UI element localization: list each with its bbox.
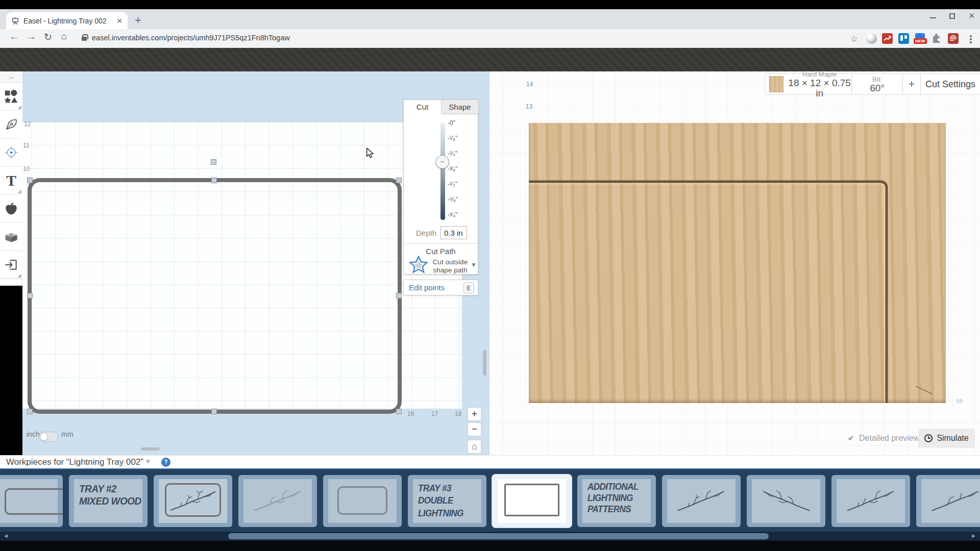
minimize-icon[interactable] bbox=[930, 17, 936, 18]
shape-handle-br[interactable] bbox=[396, 409, 402, 414]
tool-projects[interactable] bbox=[0, 223, 22, 251]
zoom-out-button[interactable]: − bbox=[468, 422, 481, 436]
tab-shape[interactable]: Shape bbox=[441, 100, 478, 114]
extension-trello-icon[interactable] bbox=[898, 33, 909, 44]
tool-import[interactable] bbox=[0, 251, 22, 279]
shape-handle-tr[interactable] bbox=[396, 178, 402, 183]
workpiece-thumbnail-1[interactable] bbox=[0, 475, 63, 527]
workpiece-thumbnail-5[interactable] bbox=[323, 475, 402, 527]
bit-section[interactable]: Bit: 60° bbox=[852, 74, 903, 94]
workpiece-thumbnail-4[interactable] bbox=[238, 475, 317, 527]
close-icon[interactable]: ✕ bbox=[968, 11, 975, 20]
tool-apps[interactable] bbox=[0, 195, 22, 223]
workpiece-thumbnail-10[interactable] bbox=[747, 475, 825, 527]
tool-shapes[interactable] bbox=[0, 83, 22, 111]
easel-header: PRO Lightning Tray 002 ☆ File Edit Machi… bbox=[0, 48, 980, 71]
thumb-label: TRAY #3 DOUBLE LIGHTNING bbox=[413, 478, 481, 519]
drill-point-icon bbox=[4, 145, 18, 160]
depth-slider-track[interactable] bbox=[440, 123, 445, 220]
lightning-pattern bbox=[250, 485, 306, 516]
depth-label: Depth bbox=[404, 229, 436, 237]
tray-shape[interactable] bbox=[28, 178, 402, 414]
canvas-hscrollbar[interactable] bbox=[141, 447, 160, 450]
bookmark-star-icon[interactable]: ☆ bbox=[850, 34, 858, 44]
shape-handle-tm[interactable] bbox=[211, 178, 217, 183]
workpieces-collapse-icon[interactable]: » bbox=[144, 459, 153, 462]
home-icon[interactable]: ⌂ bbox=[61, 31, 67, 42]
forward-icon[interactable]: → bbox=[27, 31, 36, 42]
scrollbar-thumb[interactable] bbox=[228, 533, 769, 539]
design-canvas[interactable]: 12 11 10 16 17 18 + − ⌂ inch mm Cut Shap… bbox=[22, 71, 489, 455]
back-icon[interactable]: ← bbox=[9, 31, 19, 42]
thumb-rect-outline bbox=[337, 486, 387, 515]
shape-handle-l[interactable] bbox=[27, 293, 33, 298]
extension-sphere-icon[interactable] bbox=[866, 33, 877, 44]
workpiece-thumbnail-2[interactable]: TRAY #2 MIXED WOOD bbox=[69, 475, 148, 527]
material-swatch bbox=[769, 76, 783, 92]
workpieces-help-icon[interactable]: ? bbox=[161, 458, 170, 467]
shape-handle-r[interactable] bbox=[396, 293, 402, 298]
thumb-rect-outline bbox=[5, 488, 63, 515]
simulate-row: ✔ Detailed preview Simulate bbox=[489, 429, 980, 455]
extension-puzzle-icon[interactable] bbox=[931, 33, 942, 44]
extension-chart-icon[interactable] bbox=[882, 33, 893, 44]
url-text[interactable]: easel.inventables.com/projects/umh9J71PS… bbox=[92, 34, 290, 42]
tool-text[interactable]: T bbox=[0, 167, 22, 195]
tool-rail: ︽ T bbox=[0, 71, 22, 286]
workpiece-thumbnail-9[interactable] bbox=[662, 475, 741, 527]
reload-icon[interactable]: ↻ bbox=[44, 31, 52, 43]
tool-draw[interactable] bbox=[0, 111, 22, 139]
browser-tab[interactable]: Easel - Lightning Tray 002 ✕ bbox=[6, 12, 128, 29]
browser-toolbar: ← → ↻ ⌂ easel.inventables.com/projects/u… bbox=[0, 29, 980, 48]
shape-handle-float[interactable] bbox=[211, 159, 216, 165]
preview-ruler-13: 13 bbox=[526, 103, 532, 110]
ruler-bottom-16: 16 bbox=[407, 410, 414, 417]
maximize-icon[interactable] bbox=[949, 13, 955, 19]
canvas-vscrollbar[interactable] bbox=[483, 350, 486, 375]
unit-toggle[interactable] bbox=[39, 432, 58, 442]
material-bar: Hard Maple 18 × 12 × 0.75 in Bit: 60° + … bbox=[765, 73, 980, 95]
material-section[interactable]: Hard Maple 18 × 12 × 0.75 in bbox=[765, 74, 852, 94]
scroll-right-icon[interactable]: ► bbox=[971, 533, 976, 539]
cut-path-caret-icon[interactable]: ▼ bbox=[471, 261, 477, 268]
shape-handle-tl[interactable] bbox=[27, 178, 33, 183]
ruler-bottom-18: 18 bbox=[455, 410, 461, 417]
zoom-in-button[interactable]: + bbox=[468, 407, 481, 421]
ruler-bottom-17: 17 bbox=[431, 410, 438, 417]
extension-new-icon[interactable]: NEW bbox=[915, 33, 925, 41]
cut-settings-button[interactable]: Cut Settings bbox=[921, 74, 980, 94]
bottom-edge bbox=[0, 541, 980, 551]
workpiece-thumbnail-selected[interactable] bbox=[493, 475, 571, 527]
workpiece-thumbnail-8[interactable]: ADDITIONAL LIGHTNING PATTERNS bbox=[577, 475, 656, 527]
shape-handle-bl[interactable] bbox=[27, 409, 33, 414]
edit-points-link[interactable]: Edit points bbox=[409, 283, 445, 292]
browser-menu-icon[interactable] bbox=[970, 34, 972, 44]
toggle-knob[interactable] bbox=[40, 433, 48, 441]
depth-slider-knob[interactable]: − bbox=[435, 155, 449, 169]
tool-drill[interactable] bbox=[0, 139, 22, 167]
workpiece-thumbnail-3[interactable] bbox=[154, 475, 232, 527]
preview-panel[interactable]: 14 13 19 Hard Maple 18 × 12 × 0.75 in Bi… bbox=[489, 71, 980, 455]
workpiece-thumbnail-6[interactable]: TRAY #3 DOUBLE LIGHTNING bbox=[408, 475, 486, 527]
thumb-label: ADDITIONAL LIGHTNING PATTERNS bbox=[582, 478, 651, 515]
tab-close-icon[interactable]: ✕ bbox=[116, 17, 122, 25]
rail-collapse-button[interactable]: ︽ bbox=[0, 71, 22, 83]
tab-cut[interactable]: Cut bbox=[404, 100, 441, 114]
add-bit-button[interactable]: + bbox=[903, 74, 921, 94]
unit-mm-label: mm bbox=[61, 430, 73, 438]
apple-icon bbox=[4, 202, 18, 216]
shape-handle-bm[interactable] bbox=[211, 409, 217, 414]
edit-points-shortcut: E bbox=[463, 282, 474, 293]
zoom-home-button[interactable]: ⌂ bbox=[468, 440, 481, 454]
cut-path-value[interactable]: Cut outside shape path bbox=[430, 258, 470, 274]
extension-stamp-icon[interactable] bbox=[948, 33, 959, 44]
workpiece-thumbnail-11[interactable] bbox=[831, 475, 910, 527]
lego-brick-icon bbox=[4, 230, 19, 244]
detailed-preview-check-icon[interactable]: ✔ bbox=[848, 434, 854, 443]
workpiece-thumbnail-12[interactable] bbox=[916, 475, 980, 527]
depth-input[interactable] bbox=[440, 226, 467, 239]
simulate-button[interactable]: Simulate bbox=[918, 429, 975, 448]
scroll-left-icon[interactable]: ◄ bbox=[3, 533, 9, 539]
new-tab-button[interactable]: + bbox=[135, 15, 141, 26]
detailed-preview-label[interactable]: Detailed preview bbox=[859, 434, 919, 443]
